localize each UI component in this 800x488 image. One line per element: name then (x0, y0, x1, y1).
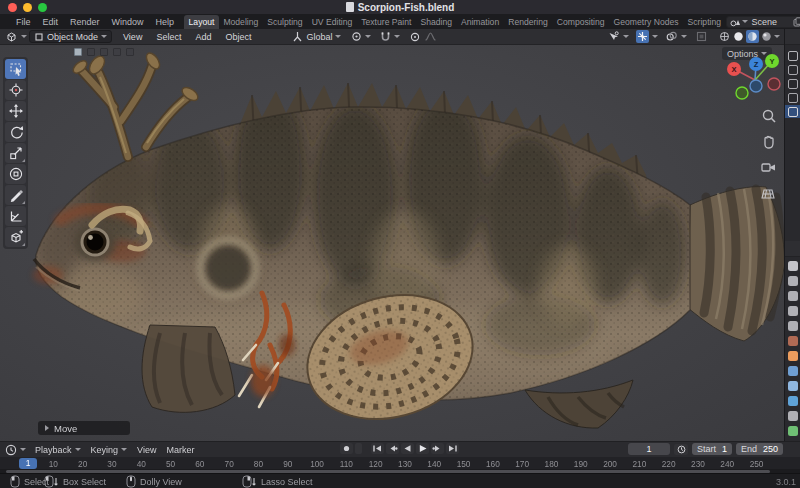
jump-to-start-button[interactable] (371, 443, 384, 454)
frame-start-field[interactable]: Start1 (692, 443, 732, 455)
timeline-editor-type-selector[interactable] (5, 444, 26, 456)
output-tab-icon[interactable] (788, 291, 798, 301)
scene-selector[interactable]: Scene ✕ (726, 16, 800, 28)
timeline-ruler[interactable]: 1 10203040506070809010011012013014015016… (0, 457, 800, 469)
workspace-tab-texture-paint[interactable]: Texture Paint (357, 15, 416, 29)
viewport-menu-add[interactable]: Add (188, 32, 218, 42)
menu-file[interactable]: File (10, 17, 37, 27)
view-layer-tab-icon[interactable] (788, 306, 798, 316)
ruler-tick-190: 190 (574, 459, 588, 469)
tool-scale[interactable] (5, 143, 26, 163)
play-button[interactable] (416, 443, 429, 454)
jump-to-next-keyframe-button[interactable] (431, 443, 444, 454)
viewport-3d[interactable]: Options X Z Y Move (0, 45, 784, 441)
workspace-tab-modeling[interactable]: Modeling (219, 15, 263, 29)
object-type-visibility-button[interactable] (607, 30, 620, 43)
tool-add-cube[interactable] (5, 227, 26, 247)
show-overlays-toggle[interactable] (665, 30, 678, 43)
transform-orientation-selector[interactable]: Global (292, 31, 341, 42)
particles-tab-icon[interactable] (788, 381, 798, 391)
keying-set-button[interactable] (355, 443, 362, 454)
timeline-menu-view[interactable]: View (132, 445, 161, 455)
play-reverse-button[interactable] (401, 443, 414, 454)
menu-help[interactable]: Help (150, 17, 181, 27)
workspace-tab-sculpting[interactable]: Sculpting (263, 15, 307, 29)
auto-keying-record-button[interactable] (340, 443, 353, 454)
tool-cursor[interactable] (5, 80, 26, 100)
scene-tab-icon[interactable] (788, 321, 798, 331)
workspace-tab-layout[interactable]: Layout (184, 15, 219, 29)
world-tab-icon[interactable] (788, 336, 798, 346)
object-tab-icon[interactable] (788, 351, 798, 361)
constraints-tab-icon[interactable] (788, 411, 798, 421)
outliner-item-selected-icon[interactable] (788, 107, 798, 117)
close-window-button[interactable] (8, 3, 17, 12)
workspace-tab-scripting[interactable]: Scripting (683, 15, 725, 29)
proportional-editing-toggle[interactable] (408, 30, 421, 43)
timeline-menu-keying[interactable]: Keying (86, 445, 133, 455)
viewport-menu-select[interactable]: Select (149, 32, 188, 42)
viewport-menu-view[interactable]: View (116, 32, 149, 42)
ruler-tick-150: 150 (457, 459, 471, 469)
camera-view-icon[interactable] (760, 159, 777, 176)
jump-to-end-button[interactable] (446, 443, 459, 454)
navigation-gizmo[interactable]: X Z Y (722, 53, 782, 105)
show-gizmo-toggle[interactable] (636, 30, 649, 43)
menu-window[interactable]: Window (106, 17, 150, 27)
tool-measure[interactable] (5, 206, 26, 226)
tool-transform[interactable] (5, 164, 26, 184)
playhead[interactable]: 1 (19, 458, 37, 469)
physics-tab-icon[interactable] (788, 396, 798, 406)
shading-wireframe-button[interactable] (718, 30, 731, 43)
modifiers-tab-icon[interactable] (788, 366, 798, 376)
perspective-toggle-icon[interactable] (760, 185, 777, 202)
pan-hand-icon[interactable] (760, 133, 777, 150)
mode-selector[interactable]: Object Mode (29, 30, 112, 43)
ruler-tick-10: 10 (49, 459, 58, 469)
tool-annotate[interactable] (5, 185, 26, 205)
render-tab-icon[interactable] (788, 276, 798, 286)
tool-select-box[interactable] (5, 59, 26, 79)
shading-rendered-button[interactable] (760, 30, 773, 43)
tool-move[interactable] (5, 101, 26, 121)
editor-type-selector[interactable] (5, 31, 27, 43)
workspace-tab-compositing[interactable]: Compositing (552, 15, 609, 29)
proportional-falloff-selector[interactable] (424, 30, 437, 43)
workspace-tab-geometry-nodes[interactable]: Geometry Nodes (609, 15, 683, 29)
jump-to-prev-keyframe-button[interactable] (386, 443, 399, 454)
outliner-item-icon[interactable] (788, 79, 798, 89)
shading-material-preview-button[interactable] (746, 30, 759, 43)
minimize-window-button[interactable] (23, 3, 32, 12)
operator-panel-move[interactable]: Move (38, 421, 130, 435)
ruler-tick-70: 70 (225, 459, 234, 469)
shading-solid-button[interactable] (732, 30, 745, 43)
snap-toggle[interactable] (380, 31, 400, 42)
outliner-item-icon[interactable] (788, 65, 798, 75)
frame-end-field[interactable]: End250 (736, 443, 783, 455)
timeline-menu-playback[interactable]: Playback (30, 445, 86, 455)
menu-render[interactable]: Render (64, 17, 106, 27)
viewport-menu-object[interactable]: Object (218, 32, 258, 42)
current-frame-field[interactable]: 1 (628, 443, 670, 455)
object-data-tab-icon[interactable] (788, 426, 798, 436)
fish-model[interactable] (0, 45, 784, 441)
zoom-icon[interactable] (760, 107, 777, 124)
pivot-point-selector[interactable] (351, 31, 371, 42)
outliner-filter-icon[interactable] (788, 51, 798, 61)
fullscreen-window-button[interactable] (38, 3, 47, 12)
mouse-middle-icon (126, 475, 136, 488)
xray-toggle[interactable] (695, 30, 708, 43)
timeline-menu-marker[interactable]: Marker (161, 445, 199, 455)
outliner-item-icon[interactable] (788, 93, 798, 103)
workspace-tab-animation[interactable]: Animation (456, 15, 503, 29)
scene-name[interactable]: Scene (750, 17, 792, 27)
new-scene-icon[interactable] (793, 17, 800, 27)
workspace-tab-shading[interactable]: Shading (416, 15, 457, 29)
use-preview-range-button[interactable] (674, 444, 688, 455)
tool-tab-icon[interactable] (788, 261, 798, 271)
workspace-tab-uv-editing[interactable]: UV Editing (307, 15, 357, 29)
tool-rotate[interactable] (5, 122, 26, 142)
ruler-tick-170: 170 (515, 459, 529, 469)
menu-edit[interactable]: Edit (37, 17, 65, 27)
workspace-tab-rendering[interactable]: Rendering (504, 15, 553, 29)
